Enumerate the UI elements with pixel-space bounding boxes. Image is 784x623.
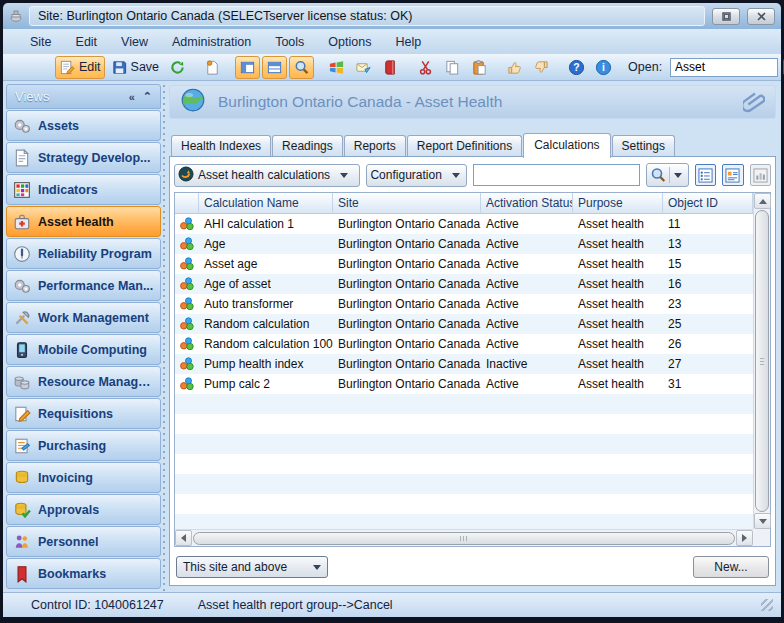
table-row[interactable]: Random calculationBurlington Ontario Can… bbox=[175, 314, 753, 334]
scroll-up-icon[interactable] bbox=[754, 193, 771, 209]
tab-calculations[interactable]: Calculations bbox=[523, 133, 610, 158]
tab-readings[interactable]: Readings bbox=[272, 135, 343, 157]
horizontal-scrollbar[interactable] bbox=[175, 529, 753, 546]
refresh-button[interactable] bbox=[165, 56, 190, 79]
sidebar-item-requisitions[interactable]: Requisitions bbox=[6, 398, 161, 429]
table-row[interactable]: AgeBurlington Ontario CanadaActiveAsset … bbox=[175, 234, 753, 254]
horizontal-scroll-thumb[interactable] bbox=[193, 532, 735, 545]
edit-button[interactable]: Edit bbox=[55, 56, 105, 79]
paste-button[interactable] bbox=[467, 56, 492, 79]
tab-reports[interactable]: Reports bbox=[344, 135, 406, 157]
menu-item-view[interactable]: View bbox=[110, 32, 159, 52]
column-header-activation-status[interactable]: Activation Status bbox=[481, 193, 573, 214]
cut-button[interactable] bbox=[413, 56, 438, 79]
table-row[interactable]: Auto transformerBurlington Ontario Canad… bbox=[175, 294, 753, 314]
menu-item-administration[interactable]: Administration bbox=[161, 32, 262, 52]
column-header-icon[interactable] bbox=[175, 193, 199, 214]
tab-report-definitions[interactable]: Report Definitions bbox=[407, 135, 522, 157]
sidebar-item-strategy-develop[interactable]: Strategy Develop... bbox=[6, 142, 161, 173]
search-button[interactable] bbox=[289, 56, 314, 79]
sidebar-item-label: Personnel bbox=[38, 535, 98, 549]
column-header-calculation-name[interactable]: Calculation Name bbox=[199, 193, 333, 214]
detail-view-button[interactable] bbox=[722, 164, 743, 186]
scope-dropdown[interactable]: This site and above bbox=[176, 556, 328, 578]
sidebar-item-bookmarks[interactable]: Bookmarks bbox=[6, 558, 161, 589]
layout-rows-button[interactable] bbox=[262, 56, 287, 79]
vertical-scrollbar[interactable] bbox=[753, 193, 770, 529]
document-icon bbox=[13, 149, 31, 167]
paperclip-icon[interactable] bbox=[743, 86, 765, 118]
chevron-up-icon[interactable]: ⌃ bbox=[143, 90, 152, 103]
copy-button[interactable] bbox=[440, 56, 465, 79]
table-cell: Active bbox=[481, 374, 573, 394]
sidebar-item-work-management[interactable]: Work Management bbox=[6, 302, 161, 333]
send-button[interactable] bbox=[351, 56, 376, 79]
menu-item-edit[interactable]: Edit bbox=[65, 32, 109, 52]
sidebar-item-reliability-program[interactable]: Reliability Program bbox=[6, 238, 161, 269]
save-button[interactable]: Save bbox=[107, 56, 164, 79]
table-cell: Active bbox=[481, 274, 573, 294]
scroll-down-icon[interactable] bbox=[754, 513, 771, 529]
close-button[interactable] bbox=[747, 8, 775, 25]
red-book-button[interactable] bbox=[378, 56, 403, 79]
calculation-icon bbox=[175, 334, 199, 354]
new-page-button[interactable] bbox=[200, 56, 225, 79]
tab-health-indexes[interactable]: Health Indexes bbox=[171, 135, 271, 157]
scroll-left-icon[interactable] bbox=[175, 530, 192, 546]
help-button[interactable]: ? bbox=[564, 56, 589, 79]
column-header-site[interactable]: Site bbox=[333, 193, 481, 214]
calculation-view-combo[interactable]: Asset health calculations bbox=[174, 164, 360, 187]
open-input[interactable] bbox=[670, 58, 778, 77]
table-row[interactable]: Age of assetBurlington Ontario CanadaAct… bbox=[175, 274, 753, 294]
table-row[interactable]: Pump health indexBurlington Ontario Cana… bbox=[175, 354, 753, 374]
search-options-dropdown[interactable] bbox=[669, 167, 686, 183]
info-button[interactable]: i bbox=[591, 56, 616, 79]
tab-settings[interactable]: Settings bbox=[612, 135, 675, 157]
column-header-object-id[interactable]: Object ID bbox=[663, 193, 753, 214]
sidebar-item-approvals[interactable]: Approvals bbox=[6, 494, 161, 525]
search-input[interactable] bbox=[473, 164, 640, 186]
chart-view-button[interactable] bbox=[750, 164, 771, 186]
table-row[interactable]: Random calculation 100Burlington Ontario… bbox=[175, 334, 753, 354]
layout-left-button[interactable] bbox=[235, 56, 260, 79]
vertical-scroll-thumb[interactable] bbox=[755, 210, 769, 512]
resize-grip[interactable] bbox=[761, 599, 773, 611]
table-cell: Burlington Ontario Canada bbox=[333, 334, 481, 354]
sidebar-item-performance-man[interactable]: Performance Man... bbox=[6, 270, 161, 301]
column-header-purpose[interactable]: Purpose bbox=[573, 193, 663, 214]
sidebar-item-personnel[interactable]: Personnel bbox=[6, 526, 161, 557]
cut-icon bbox=[417, 59, 434, 76]
restore-button[interactable] bbox=[712, 8, 740, 25]
sidebar-item-assets[interactable]: Assets bbox=[6, 110, 161, 141]
sidebar-item-resource-manage[interactable]: Resource Manage... bbox=[6, 366, 161, 397]
table-row[interactable]: AHI calculation 1Burlington Ontario Cana… bbox=[175, 214, 753, 234]
thumbs-down-button[interactable] bbox=[529, 56, 554, 79]
sidebar-item-invoicing[interactable]: Invoicing bbox=[6, 462, 161, 493]
sidebar-item-indicators[interactable]: Indicators bbox=[6, 174, 161, 205]
sidebar-item-asset-health[interactable]: Asset Health bbox=[6, 206, 161, 237]
table-cell: Active bbox=[481, 214, 573, 234]
collapse-sidebar-icon[interactable]: « bbox=[129, 91, 135, 103]
sidebar-item-label: Indicators bbox=[38, 183, 98, 197]
sidebar-item-label: Requisitions bbox=[38, 407, 113, 421]
menu-item-site[interactable]: Site bbox=[19, 32, 63, 52]
windows-button[interactable] bbox=[324, 56, 349, 79]
menu-item-help[interactable]: Help bbox=[384, 32, 432, 52]
menu-item-tools[interactable]: Tools bbox=[264, 32, 315, 52]
new-button[interactable]: New... bbox=[693, 556, 769, 578]
sidebar-item-label: Resource Manage... bbox=[38, 375, 154, 389]
configuration-button[interactable]: Configuration bbox=[366, 164, 466, 187]
open-folder-button[interactable] bbox=[13, 55, 45, 79]
chevron-down-icon bbox=[313, 565, 321, 570]
table-cell: 15 bbox=[663, 254, 753, 274]
sidebar-item-mobile-computing[interactable]: Mobile Computing bbox=[6, 334, 161, 365]
sidebar-item-purchasing[interactable]: Purchasing bbox=[6, 430, 161, 461]
search-split-button[interactable] bbox=[646, 163, 689, 187]
scroll-right-icon[interactable] bbox=[736, 530, 753, 546]
table-row[interactable]: Asset ageBurlington Ontario CanadaActive… bbox=[175, 254, 753, 274]
table-cell: Asset health bbox=[573, 294, 663, 314]
list-view-button[interactable] bbox=[695, 164, 716, 186]
menu-item-options[interactable]: Options bbox=[317, 32, 382, 52]
thumbs-up-button[interactable] bbox=[502, 56, 527, 79]
table-row[interactable]: Pump calc 2Burlington Ontario CanadaActi… bbox=[175, 374, 753, 394]
